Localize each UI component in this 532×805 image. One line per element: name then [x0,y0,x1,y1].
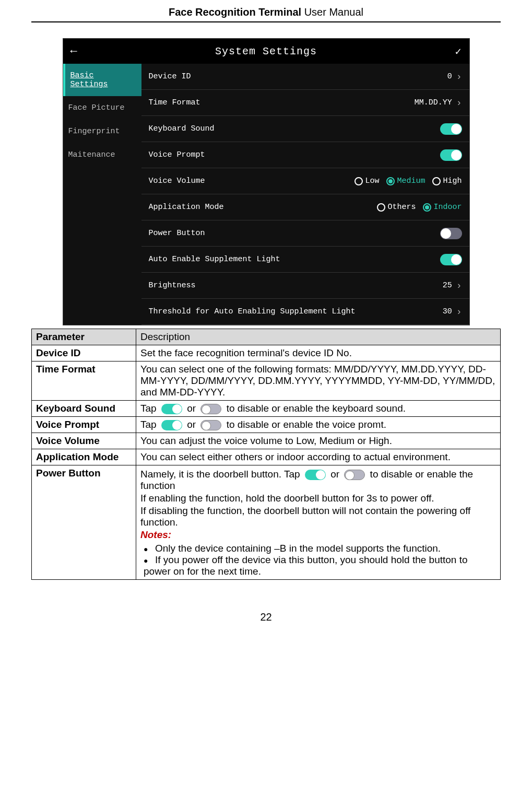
desc-voice-prompt: Tap or to disable or enable the voice pr… [136,417,501,433]
device-screenshot: ← System Settings ✓ Basic Settings Face … [63,38,470,325]
value-time-format: MM.DD.YY [415,98,452,107]
toggle-on-icon [161,420,182,430]
row-brightness[interactable]: Brightness 25 › [141,273,469,299]
radio-appmode-indoor[interactable]: Indoor [423,203,462,212]
row-keyboard-sound: Keyboard Sound [141,116,469,142]
label-voice-volume: Voice Volume [149,177,205,185]
doc-header: Face Recognition Terminal User Manual [31,6,501,22]
label-brightness: Brightness [149,281,196,290]
param-keyboard-sound: Keyboard Sound [32,401,136,417]
row-auto-supplement-light: Auto Enable Supplement Light [141,247,469,273]
radio-volume-medium[interactable]: Medium [386,177,425,185]
back-arrow-icon[interactable]: ← [70,45,78,58]
value-threshold-supplement: 30 [443,307,452,316]
notes-label: Notes: [140,529,496,541]
label-keyboard-sound: Keyboard Sound [149,124,215,133]
chevron-right-icon: › [456,307,462,317]
chevron-right-icon: › [456,281,462,291]
toggle-off-icon [200,404,221,414]
table-row: Power Button Namely, it is the doorbell … [32,465,501,580]
param-device-id: Device ID [32,345,136,361]
row-voice-prompt: Voice Prompt [141,142,469,168]
table-row: Voice Prompt Tap or to disable or enable… [32,417,501,433]
sidebar-item-maintenance[interactable]: Maitenance [63,143,141,167]
table-row: Time Format You can select one of the fo… [32,361,501,401]
desc-power-button: Namely, it is the doorbell button. Tap o… [136,465,501,580]
table-row: Keyboard Sound Tap or to disable or enab… [32,401,501,417]
toggle-off-icon [200,420,221,430]
toggle-auto-supplement-light[interactable] [440,254,462,265]
settings-main: Device ID 0 › Time Format MM.DD.YY › Key… [141,64,469,325]
screenshot-title: System Settings [215,45,317,57]
label-application-mode: Application Mode [149,203,224,212]
radio-appmode-others[interactable]: Others [377,203,416,212]
label-time-format: Time Format [149,98,200,107]
radio-volume-low[interactable]: Low [354,177,379,185]
note-item: If you power off the device via this but… [144,554,496,577]
toggle-off-icon [344,470,365,480]
sidebar-item-face-picture[interactable]: Face Picture [63,96,141,120]
row-device-id[interactable]: Device ID 0 › [141,64,469,90]
row-threshold-supplement[interactable]: Threshold for Auto Enabling Supplement L… [141,299,469,325]
confirm-check-icon[interactable]: ✓ [455,45,462,58]
notes-list: Only the device containing –B in the mod… [140,543,496,577]
toggle-voice-prompt[interactable] [440,149,462,161]
chevron-right-icon: › [456,98,462,108]
radio-volume-high[interactable]: High [432,177,462,185]
th-description: Description [136,329,501,345]
desc-keyboard-sound: Tap or to disable or enable the keyboard… [136,401,501,417]
param-voice-volume: Voice Volume [32,433,136,449]
note-item: Only the device containing –B in the mod… [144,543,496,554]
value-brightness: 25 [443,281,452,290]
row-application-mode: Application Mode Others Indoor [141,194,469,220]
label-threshold-supplement: Threshold for Auto Enabling Supplement L… [149,307,356,316]
desc-device-id: Set the face recognition terminal's devi… [136,345,501,361]
param-power-button: Power Button [32,465,136,580]
sidebar: Basic Settings Face Picture Fingerprint … [63,64,141,325]
sidebar-item-fingerprint[interactable]: Fingerprint [63,120,141,143]
page-number: 22 [31,611,501,623]
doc-title-bold: Face Recognition Terminal [169,6,301,18]
parameter-table: Parameter Description Device ID Set the … [31,329,501,580]
param-time-format: Time Format [32,361,136,401]
toggle-on-icon [161,404,182,414]
label-device-id: Device ID [149,72,191,81]
label-voice-prompt: Voice Prompt [149,150,205,159]
sidebar-item-basic-settings[interactable]: Basic Settings [63,64,141,96]
param-application-mode: Application Mode [32,449,136,465]
row-time-format[interactable]: Time Format MM.DD.YY › [141,90,469,116]
toggle-power-button[interactable] [440,228,462,239]
param-voice-prompt: Voice Prompt [32,417,136,433]
table-row: Device ID Set the face recognition termi… [32,345,501,361]
table-row: Application Mode You can select either o… [32,449,501,465]
chevron-right-icon: › [456,72,462,82]
label-auto-supplement-light: Auto Enable Supplement Light [149,255,280,264]
row-voice-volume: Voice Volume Low Medium High [141,168,469,194]
desc-time-format: You can select one of the following form… [136,361,501,401]
th-parameter: Parameter [32,329,136,345]
value-device-id: 0 [447,72,452,81]
toggle-on-icon [305,470,326,480]
table-row: Voice Volume You can adjust the voice vo… [32,433,501,449]
label-power-button: Power Button [149,229,205,238]
doc-title-norm: User Manual [301,6,363,18]
desc-voice-volume: You can adjust the voice volume to Low, … [136,433,501,449]
desc-application-mode: You can select either others or indoor a… [136,449,501,465]
row-power-button: Power Button [141,220,469,247]
toggle-keyboard-sound[interactable] [440,123,462,135]
screenshot-header: ← System Settings ✓ [63,39,469,64]
